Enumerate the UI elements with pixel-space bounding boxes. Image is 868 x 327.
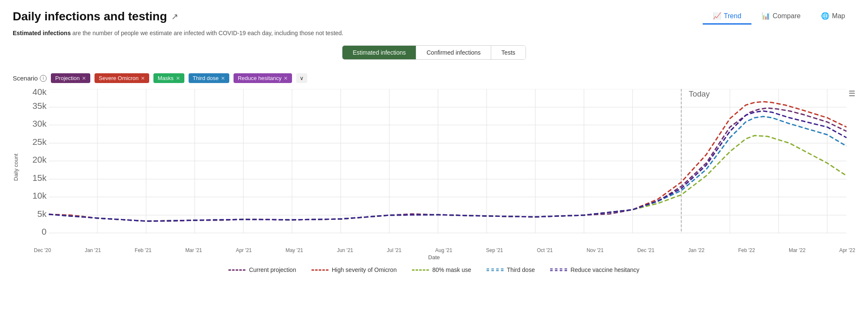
subtitle: Estimated infections are the number of p… [13,29,855,38]
svg-text:Today: Today [689,89,710,98]
svg-text:5k: 5k [37,209,47,219]
x-label-dec21: Dec '21 [637,247,654,253]
x-label-jul21: Jul '21 [387,247,401,253]
trend-chart-icon: 📈 [713,12,721,20]
subtitle-bold: Estimated infections [13,30,71,36]
legend-third-dose: Third dose [487,266,535,273]
legend-reduce-line [550,269,567,271]
x-label-apr21: Apr '21 [236,247,252,253]
tag-third-close[interactable]: ✕ [221,75,225,81]
title-area: Daily infections and testing ↗ [13,10,178,23]
main-chart-svg: .grid-line { stroke: #e0e0e0; stroke-wid… [22,89,855,246]
svg-text:30k: 30k [33,119,47,128]
external-link-icon[interactable]: ↗ [171,11,178,22]
tag-hesitancy-close[interactable]: ✕ [284,75,288,81]
svg-text:15k: 15k [33,173,47,183]
x-label-nov21: Nov '21 [587,247,604,253]
tag-severe-close[interactable]: ✕ [141,75,145,81]
legend-high-severity-line [312,269,328,271]
y-axis-label: Daily count [13,89,19,246]
legend-masks-line [412,269,429,271]
map-icon: 🌐 [821,12,829,20]
chart-wrapper: Daily count ☰ .grid-line { stroke: #e0e0… [13,89,855,246]
toggle-confirmed[interactable]: Confirmed infections [416,46,491,59]
scenario-info-icon[interactable]: i [40,75,47,82]
tag-more-dropdown[interactable]: ∨ [296,73,307,83]
x-label-jan21: Jan '21 [85,247,101,253]
tag-masks[interactable]: Masks ✕ [153,73,184,83]
tag-severe[interactable]: Severe Omicron ✕ [95,73,149,83]
x-label-oct21: Oct '21 [537,247,553,253]
scenario-label: Scenario i [13,75,47,82]
legend-current-projection: Current projection [228,266,296,273]
x-label-mar21: Mar '21 [185,247,202,253]
legend-masks: 80% mask use [412,266,471,273]
svg-text:40k: 40k [33,89,47,97]
tag-projection[interactable]: Projection ✕ [51,73,90,83]
x-label-aug21: Aug '21 [435,247,452,253]
hamburger-icon[interactable]: ☰ [849,89,855,98]
x-label-dec20: Dec '20 [34,247,51,253]
svg-text:35k: 35k [33,101,47,111]
chart-inner: ☰ .grid-line { stroke: #e0e0e0; stroke-w… [22,89,855,246]
tag-masks-close[interactable]: ✕ [176,75,180,81]
legend-row: Current projection High severity of Omic… [13,266,855,273]
tab-map[interactable]: 🌐 Map [811,8,855,25]
svg-text:25k: 25k [33,137,47,147]
toggle-estimated[interactable]: Estimated infections [342,46,416,59]
page-title: Daily infections and testing [13,10,167,23]
x-axis-labels: Dec '20 Jan '21 Feb '21 Mar '21 Apr '21 … [13,246,855,253]
x-axis-title: Date [13,254,855,260]
svg-text:10k: 10k [33,191,47,200]
legend-third-line [487,269,504,271]
compare-chart-icon: 📊 [762,12,770,20]
x-label-feb22: Feb '22 [738,247,755,253]
tag-projection-close[interactable]: ✕ [82,75,86,81]
tab-trend[interactable]: 📈 Trend [703,8,751,25]
subtitle-rest: are the number of people we estimate are… [71,30,343,36]
x-label-apr22: Apr '22 [839,247,855,253]
x-label-sep21: Sep '21 [486,247,503,253]
tag-hesitancy[interactable]: Reduce hesitancy ✕ [234,73,292,83]
svg-text:0: 0 [42,227,47,236]
x-label-mar22: Mar '22 [789,247,806,253]
svg-text:20k: 20k [33,155,47,164]
tag-third[interactable]: Third dose ✕ [189,73,229,83]
legend-reduce-hesitancy: Reduce vaccine hesitancy [550,266,640,273]
x-label-jun21: Jun '21 [337,247,353,253]
chart-area: Daily count ☰ .grid-line { stroke: #e0e0… [13,89,855,260]
x-label-jan22: Jan '22 [688,247,704,253]
metric-toggle-group: Estimated infections Confirmed infection… [342,45,526,60]
scenario-row: Scenario i Projection ✕ Severe Omicron ✕… [13,73,855,83]
toggle-tests[interactable]: Tests [491,46,526,59]
page-container: Daily infections and testing ↗ 📈 Trend 📊… [0,0,868,282]
nav-tabs: 📈 Trend 📊 Compare 🌐 Map [703,8,855,25]
legend-high-severity: High severity of Omicron [312,266,397,273]
x-label-feb21: Feb '21 [135,247,152,253]
x-label-may21: May '21 [286,247,303,253]
header-row: Daily infections and testing ↗ 📈 Trend 📊… [13,8,855,25]
tab-compare[interactable]: 📊 Compare [751,8,811,25]
legend-current-line [228,269,245,271]
